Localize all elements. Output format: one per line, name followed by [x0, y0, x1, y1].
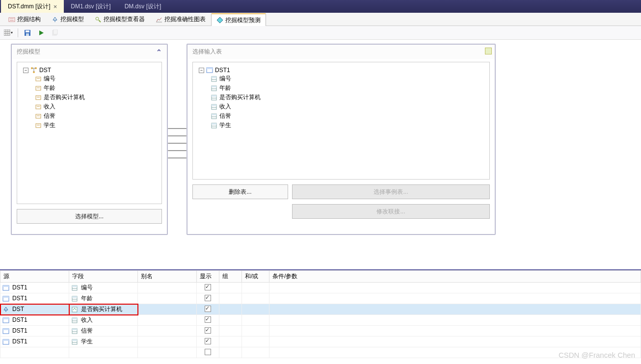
tab-mining-prediction[interactable]: 挖掘模型预测: [211, 13, 266, 26]
doc-tab-dm[interactable]: DM.dsv [设计]: [118, 0, 168, 13]
tool-tab-label: 挖掘模型查看器: [104, 15, 145, 24]
svg-rect-24: [36, 86, 41, 90]
tree-item[interactable]: 收入: [33, 102, 158, 111]
svg-rect-72: [3, 329, 9, 330]
tree-item[interactable]: 年龄: [33, 83, 158, 93]
cell-group[interactable]: [219, 337, 242, 347]
show-checkbox[interactable]: [205, 327, 211, 334]
column-icon: [71, 295, 78, 302]
show-checkbox[interactable]: [205, 349, 211, 355]
cell-andor[interactable]: [242, 283, 269, 293]
col-header-condition[interactable]: 条件/参数: [269, 271, 641, 283]
cell-alias[interactable]: [138, 283, 197, 293]
table-row[interactable]: DST1年龄: [0, 293, 641, 304]
show-checkbox[interactable]: [205, 306, 211, 312]
svg-rect-43: [212, 95, 216, 97]
cell-alias[interactable]: [138, 326, 197, 337]
select-model-button[interactable]: 选择模型...: [17, 209, 162, 224]
tree-root-dst1[interactable]: − DST1: [197, 66, 485, 74]
col-header-group[interactable]: 组: [219, 271, 242, 283]
tab-mining-structure[interactable]: 挖掘结构: [3, 13, 46, 26]
cell-group[interactable]: [219, 315, 242, 326]
doc-tab-dst[interactable]: DST.dmm [设计] ×: [1, 0, 64, 13]
svg-rect-1: [10, 19, 14, 19]
cell-alias[interactable]: [138, 293, 197, 304]
cell-group[interactable]: [219, 283, 242, 293]
expander-icon[interactable]: −: [23, 68, 28, 73]
prediction-grid[interactable]: 源 字段 别名 显示 组 和/或 条件/参数 DST1编号DST1年龄DST是否…: [0, 270, 641, 358]
cell-source: DST1: [12, 338, 27, 345]
svg-point-4: [96, 17, 99, 20]
tree-item[interactable]: 是否购买计算机: [209, 93, 485, 102]
tree-item[interactable]: 年龄: [209, 83, 485, 93]
save-icon[interactable]: [23, 28, 32, 37]
cell-andor[interactable]: [242, 326, 269, 337]
tree-item[interactable]: 编号: [209, 74, 485, 83]
tree-item-label: 是否购买计算机: [219, 93, 261, 102]
svg-rect-16: [53, 29, 57, 34]
tree-item[interactable]: 编号: [33, 74, 158, 83]
cell-condition[interactable]: [269, 337, 641, 347]
cell-condition[interactable]: [269, 326, 641, 337]
tab-mining-viewer[interactable]: 挖掘模型查看器: [89, 13, 150, 26]
table-row[interactable]: DST1编号: [0, 283, 641, 293]
panel-corner-icon[interactable]: [485, 48, 492, 54]
close-icon[interactable]: ×: [53, 3, 57, 10]
delete-table-button[interactable]: 删除表...: [192, 184, 288, 199]
show-checkbox[interactable]: [205, 316, 211, 323]
input-tree[interactable]: − DST1 编号年龄是否购买计算机收入信誉学生: [192, 62, 490, 180]
cell-field: 编号: [81, 284, 93, 291]
cell-condition[interactable]: [269, 304, 641, 315]
cell-condition[interactable]: [269, 293, 641, 304]
col-header-field[interactable]: 字段: [69, 271, 138, 283]
tool-tabs-bar: 挖掘结构 挖掘模型 挖掘模型查看器 挖掘准确性图表 挖掘模型预测: [0, 13, 641, 26]
chart-icon: [156, 16, 162, 23]
svg-rect-0: [9, 18, 15, 22]
model-tree[interactable]: − DST 编号年龄是否购买计算机收入信誉学生: [17, 62, 162, 204]
cell-group[interactable]: [219, 304, 242, 315]
cell-andor[interactable]: [242, 337, 269, 347]
col-header-source[interactable]: 源: [0, 271, 69, 283]
show-checkbox[interactable]: [205, 284, 211, 290]
cell-andor[interactable]: [242, 293, 269, 304]
tree-root-dst[interactable]: − DST: [21, 66, 158, 74]
cell-group[interactable]: [219, 293, 242, 304]
tool-tab-label: 挖掘结构: [17, 15, 41, 24]
expander-icon[interactable]: −: [199, 68, 204, 73]
show-checkbox[interactable]: [205, 338, 211, 344]
table-row[interactable]: DST1收入: [0, 315, 641, 326]
table-row-empty[interactable]: [0, 347, 641, 358]
svg-rect-22: [36, 77, 41, 81]
cell-andor[interactable]: [242, 315, 269, 326]
show-checkbox[interactable]: [205, 295, 211, 301]
col-header-show[interactable]: 显示: [197, 271, 219, 283]
table-row[interactable]: DST是否购买计算机: [0, 304, 641, 315]
col-header-alias[interactable]: 别名: [138, 271, 197, 283]
col-header-andor[interactable]: 和/或: [242, 271, 269, 283]
tree-item-label: 信誉: [219, 112, 231, 120]
tree-item[interactable]: 学生: [209, 121, 485, 130]
tree-item[interactable]: 是否购买计算机: [33, 93, 158, 102]
doc-tab-dm1[interactable]: DM1.dsv [设计]: [64, 0, 117, 13]
document-tabs: DST.dmm [设计] × DM1.dsv [设计] DM.dsv [设计]: [0, 0, 641, 13]
tree-item[interactable]: 收入: [209, 102, 485, 111]
tree-item[interactable]: 信誉: [209, 111, 485, 121]
cell-alias[interactable]: [138, 304, 197, 315]
cell-condition[interactable]: [269, 315, 641, 326]
cell-alias[interactable]: [138, 337, 197, 347]
svg-rect-32: [36, 124, 41, 128]
grid-dropdown-icon[interactable]: [4, 28, 13, 37]
select-case-table-button: 选择事例表...: [292, 184, 490, 199]
tab-mining-accuracy[interactable]: 挖掘准确性图表: [150, 13, 211, 26]
table-row[interactable]: DST1信誉: [0, 326, 641, 337]
cell-andor[interactable]: [242, 304, 269, 315]
collapse-icon[interactable]: ⌃: [156, 48, 162, 56]
tree-item[interactable]: 学生: [33, 121, 158, 130]
run-icon[interactable]: [37, 28, 46, 37]
tree-item[interactable]: 信誉: [33, 111, 158, 121]
cell-group[interactable]: [219, 326, 242, 337]
cell-alias[interactable]: [138, 315, 197, 326]
table-row[interactable]: DST1学生: [0, 337, 641, 347]
tab-mining-model[interactable]: 挖掘模型: [46, 13, 89, 26]
cell-condition[interactable]: [269, 283, 641, 293]
